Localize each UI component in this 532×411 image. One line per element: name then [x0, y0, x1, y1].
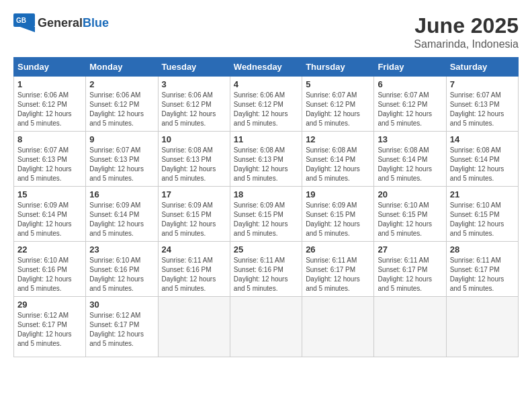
calendar-cell: 2 Sunrise: 6:06 AM Sunset: 6:12 PM Dayli…: [86, 77, 158, 132]
calendar-cell: 29 Sunrise: 6:12 AM Sunset: 6:17 PM Dayl…: [14, 297, 86, 357]
day-number: 25: [234, 244, 298, 255]
day-info: Sunrise: 6:10 AM Sunset: 6:15 PM Dayligh…: [378, 201, 442, 238]
calendar-cell: 9 Sunrise: 6:07 AM Sunset: 6:13 PM Dayli…: [86, 132, 158, 187]
calendar-cell: 24 Sunrise: 6:11 AM Sunset: 6:16 PM Dayl…: [158, 242, 230, 297]
day-number: 18: [234, 189, 298, 199]
logo: GB GeneralBlue: [13, 13, 109, 32]
calendar-cell: 7 Sunrise: 6:07 AM Sunset: 6:13 PM Dayli…: [446, 77, 518, 132]
calendar-cell: 14 Sunrise: 6:08 AM Sunset: 6:14 PM Dayl…: [446, 132, 518, 187]
day-info: Sunrise: 6:08 AM Sunset: 6:14 PM Dayligh…: [306, 146, 370, 183]
calendar-table: Sunday Monday Tuesday Wednesday Thursday…: [13, 57, 519, 357]
day-info: Sunrise: 6:08 AM Sunset: 6:13 PM Dayligh…: [234, 146, 298, 183]
calendar-cell: [302, 297, 374, 357]
calendar-cell: 10 Sunrise: 6:08 AM Sunset: 6:13 PM Dayl…: [158, 132, 230, 187]
day-info: Sunrise: 6:07 AM Sunset: 6:13 PM Dayligh…: [450, 91, 515, 128]
calendar-cell: 12 Sunrise: 6:08 AM Sunset: 6:14 PM Dayl…: [302, 132, 374, 187]
calendar-cell: 28 Sunrise: 6:11 AM Sunset: 6:17 PM Dayl…: [446, 242, 518, 297]
svg-text:GB: GB: [16, 17, 26, 24]
calendar-cell: 19 Sunrise: 6:09 AM Sunset: 6:15 PM Dayl…: [302, 187, 374, 242]
day-number: 2: [89, 79, 154, 89]
calendar-cell: [158, 297, 230, 357]
day-info: Sunrise: 6:11 AM Sunset: 6:17 PM Dayligh…: [450, 256, 515, 293]
day-number: 27: [378, 244, 442, 255]
day-info: Sunrise: 6:10 AM Sunset: 6:16 PM Dayligh…: [89, 256, 154, 293]
calendar-cell: 26 Sunrise: 6:11 AM Sunset: 6:17 PM Dayl…: [302, 242, 374, 297]
header-tuesday: Tuesday: [158, 58, 230, 77]
day-number: 22: [17, 244, 82, 255]
day-number: 12: [306, 134, 370, 144]
day-number: 23: [89, 244, 154, 255]
calendar-cell: [230, 297, 302, 357]
calendar-cell: 4 Sunrise: 6:06 AM Sunset: 6:12 PM Dayli…: [230, 77, 302, 132]
header-thursday: Thursday: [302, 58, 374, 77]
day-info: Sunrise: 6:09 AM Sunset: 6:15 PM Dayligh…: [234, 201, 298, 238]
calendar-cell: 15 Sunrise: 6:09 AM Sunset: 6:14 PM Dayl…: [14, 187, 86, 242]
day-number: 15: [17, 189, 82, 199]
logo-icon: GB: [13, 13, 35, 32]
day-number: 10: [162, 134, 226, 144]
day-number: 9: [89, 134, 154, 144]
day-info: Sunrise: 6:06 AM Sunset: 6:12 PM Dayligh…: [17, 91, 82, 128]
day-info: Sunrise: 6:06 AM Sunset: 6:12 PM Dayligh…: [162, 91, 226, 128]
calendar-cell: 27 Sunrise: 6:11 AM Sunset: 6:17 PM Dayl…: [374, 242, 446, 297]
calendar-cell: 16 Sunrise: 6:09 AM Sunset: 6:14 PM Dayl…: [86, 187, 158, 242]
calendar-cell: 6 Sunrise: 6:07 AM Sunset: 6:12 PM Dayli…: [374, 77, 446, 132]
calendar-cell: 1 Sunrise: 6:06 AM Sunset: 6:12 PM Dayli…: [14, 77, 86, 132]
day-number: 17: [162, 189, 226, 199]
day-number: 14: [450, 134, 515, 144]
day-info: Sunrise: 6:11 AM Sunset: 6:16 PM Dayligh…: [162, 256, 226, 293]
header-monday: Monday: [86, 58, 158, 77]
day-info: Sunrise: 6:12 AM Sunset: 6:17 PM Dayligh…: [89, 311, 154, 349]
calendar-cell: 13 Sunrise: 6:08 AM Sunset: 6:14 PM Dayl…: [374, 132, 446, 187]
day-info: Sunrise: 6:09 AM Sunset: 6:15 PM Dayligh…: [306, 201, 370, 238]
logo-text-general: General: [38, 16, 83, 30]
svg-marker-1: [20, 27, 35, 32]
day-number: 24: [162, 244, 226, 255]
calendar-cell: 22 Sunrise: 6:10 AM Sunset: 6:16 PM Dayl…: [14, 242, 86, 297]
day-info: Sunrise: 6:10 AM Sunset: 6:16 PM Dayligh…: [17, 256, 82, 293]
day-info: Sunrise: 6:11 AM Sunset: 6:17 PM Dayligh…: [306, 256, 370, 293]
header-wednesday: Wednesday: [230, 58, 302, 77]
day-number: 28: [450, 244, 515, 255]
day-number: 4: [234, 79, 298, 89]
day-info: Sunrise: 6:07 AM Sunset: 6:13 PM Dayligh…: [17, 146, 82, 183]
day-info: Sunrise: 6:10 AM Sunset: 6:15 PM Dayligh…: [450, 201, 515, 238]
calendar-cell: 30 Sunrise: 6:12 AM Sunset: 6:17 PM Dayl…: [86, 297, 158, 357]
day-info: Sunrise: 6:11 AM Sunset: 6:17 PM Dayligh…: [378, 256, 442, 293]
day-number: 13: [378, 134, 442, 144]
day-number: 8: [17, 134, 82, 144]
calendar-cell: 17 Sunrise: 6:09 AM Sunset: 6:15 PM Dayl…: [158, 187, 230, 242]
day-number: 11: [234, 134, 298, 144]
day-info: Sunrise: 6:07 AM Sunset: 6:12 PM Dayligh…: [306, 91, 370, 128]
title-area: June 2025 Samarinda, Indonesia: [414, 13, 519, 50]
calendar-cell: 20 Sunrise: 6:10 AM Sunset: 6:15 PM Dayl…: [374, 187, 446, 242]
day-number: 30: [89, 300, 154, 310]
day-info: Sunrise: 6:07 AM Sunset: 6:13 PM Dayligh…: [89, 146, 154, 183]
day-number: 19: [306, 189, 370, 199]
day-number: 6: [378, 79, 442, 89]
header-sunday: Sunday: [14, 58, 86, 77]
header-row: Sunday Monday Tuesday Wednesday Thursday…: [14, 58, 519, 77]
day-info: Sunrise: 6:09 AM Sunset: 6:15 PM Dayligh…: [162, 201, 226, 238]
day-info: Sunrise: 6:08 AM Sunset: 6:14 PM Dayligh…: [450, 146, 515, 183]
calendar-subtitle: Samarinda, Indonesia: [414, 38, 519, 50]
calendar-cell: 8 Sunrise: 6:07 AM Sunset: 6:13 PM Dayli…: [14, 132, 86, 187]
header-friday: Friday: [374, 58, 446, 77]
day-info: Sunrise: 6:09 AM Sunset: 6:14 PM Dayligh…: [17, 201, 82, 238]
page-header: GB GeneralBlue June 2025 Samarinda, Indo…: [13, 13, 519, 50]
day-number: 1: [17, 79, 82, 89]
day-number: 3: [162, 79, 226, 89]
day-info: Sunrise: 6:07 AM Sunset: 6:12 PM Dayligh…: [378, 91, 442, 128]
day-number: 5: [306, 79, 370, 89]
calendar-cell: [374, 297, 446, 357]
calendar-cell: 18 Sunrise: 6:09 AM Sunset: 6:15 PM Dayl…: [230, 187, 302, 242]
logo-text-blue: Blue: [83, 16, 109, 30]
day-number: 29: [17, 300, 82, 310]
calendar-cell: 23 Sunrise: 6:10 AM Sunset: 6:16 PM Dayl…: [86, 242, 158, 297]
calendar-title: June 2025: [414, 13, 519, 38]
calendar-cell: 5 Sunrise: 6:07 AM Sunset: 6:12 PM Dayli…: [302, 77, 374, 132]
day-info: Sunrise: 6:08 AM Sunset: 6:14 PM Dayligh…: [378, 146, 442, 183]
calendar-cell: 25 Sunrise: 6:11 AM Sunset: 6:16 PM Dayl…: [230, 242, 302, 297]
calendar-cell: 11 Sunrise: 6:08 AM Sunset: 6:13 PM Dayl…: [230, 132, 302, 187]
calendar-cell: 21 Sunrise: 6:10 AM Sunset: 6:15 PM Dayl…: [446, 187, 518, 242]
